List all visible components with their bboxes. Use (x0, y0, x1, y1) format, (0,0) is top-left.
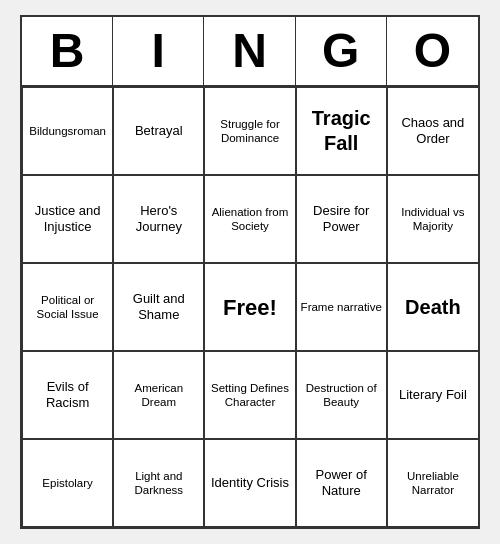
bingo-cell-8[interactable]: Desire for Power (296, 175, 387, 263)
bingo-cell-12[interactable]: Free! (204, 263, 295, 351)
bingo-header: BINGO (22, 17, 478, 88)
bingo-cell-3[interactable]: Tragic Fall (296, 87, 387, 175)
bingo-cell-21[interactable]: Light and Darkness (113, 439, 204, 527)
bingo-cell-23[interactable]: Power of Nature (296, 439, 387, 527)
header-letter-o: O (387, 17, 478, 86)
bingo-cell-9[interactable]: Individual vs Majority (387, 175, 478, 263)
bingo-cell-19[interactable]: Literary Foil (387, 351, 478, 439)
bingo-cell-6[interactable]: Hero's Journey (113, 175, 204, 263)
bingo-cell-10[interactable]: Political or Social Issue (22, 263, 113, 351)
bingo-cell-0[interactable]: Bildungsroman (22, 87, 113, 175)
header-letter-b: B (22, 17, 113, 86)
bingo-cell-1[interactable]: Betrayal (113, 87, 204, 175)
bingo-cell-18[interactable]: Destruction of Beauty (296, 351, 387, 439)
header-letter-g: G (296, 17, 387, 86)
bingo-cell-13[interactable]: Frame narrative (296, 263, 387, 351)
header-letter-n: N (204, 17, 295, 86)
bingo-cell-22[interactable]: Identity Crisis (204, 439, 295, 527)
bingo-cell-20[interactable]: Epistolary (22, 439, 113, 527)
bingo-cell-5[interactable]: Justice and Injustice (22, 175, 113, 263)
bingo-cell-2[interactable]: Struggle for Dominance (204, 87, 295, 175)
bingo-cell-11[interactable]: Guilt and Shame (113, 263, 204, 351)
bingo-cell-24[interactable]: Unreliable Narrator (387, 439, 478, 527)
bingo-cell-7[interactable]: Alienation from Society (204, 175, 295, 263)
bingo-cell-15[interactable]: Evils of Racism (22, 351, 113, 439)
bingo-cell-16[interactable]: American Dream (113, 351, 204, 439)
bingo-cell-4[interactable]: Chaos and Order (387, 87, 478, 175)
header-letter-i: I (113, 17, 204, 86)
bingo-cell-17[interactable]: Setting Defines Character (204, 351, 295, 439)
bingo-cell-14[interactable]: Death (387, 263, 478, 351)
bingo-grid: BildungsromanBetrayalStruggle for Domina… (22, 87, 478, 527)
bingo-card: BINGO BildungsromanBetrayalStruggle for … (20, 15, 480, 530)
